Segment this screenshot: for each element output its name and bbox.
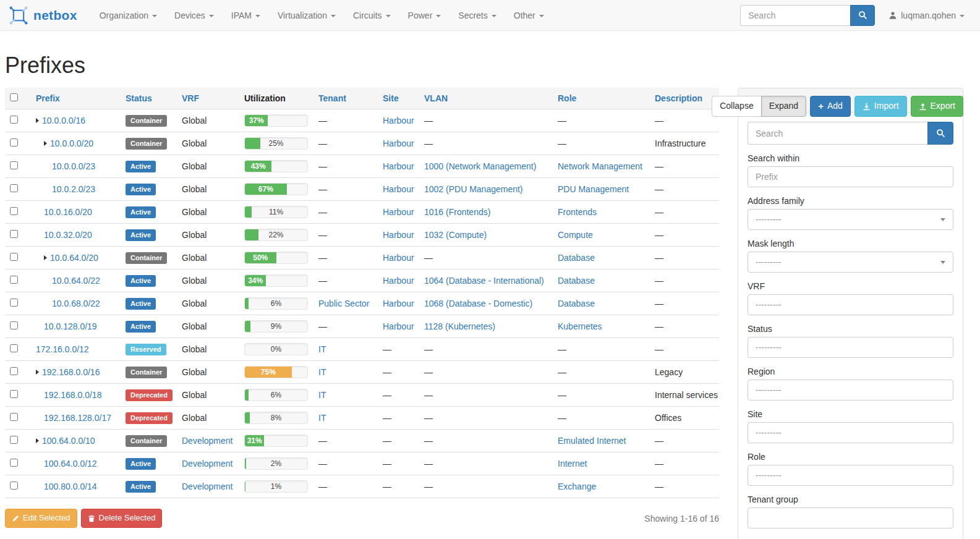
netbox-logo[interactable]: netbox	[9, 6, 77, 25]
nav-menu-secrets[interactable]: Secrets	[450, 1, 505, 30]
cell-link[interactable]: IT	[318, 367, 326, 377]
cell-link[interactable]: Internet	[558, 459, 587, 469]
row-checkbox[interactable]	[10, 116, 18, 124]
edit-selected-button[interactable]: Edit Selected	[5, 509, 77, 528]
column-header-description[interactable]: Description	[655, 93, 702, 103]
nav-menu-devices[interactable]: Devices	[166, 1, 223, 30]
cell-link[interactable]: Database	[558, 299, 595, 308]
cell-link[interactable]: Emulated Internet	[558, 436, 626, 446]
site-select[interactable]: ---------	[748, 422, 953, 443]
column-header-prefix[interactable]: Prefix	[36, 93, 60, 103]
nav-menu-other[interactable]: Other	[505, 1, 553, 30]
cell-link[interactable]: Development	[182, 436, 233, 446]
select-all-checkbox[interactable]	[10, 93, 18, 101]
prefix-link[interactable]: 172.16.0.0/12	[36, 344, 89, 354]
prefix-link[interactable]: 100.64.0.0/10	[42, 436, 95, 446]
column-header-vlan[interactable]: VLAN	[424, 93, 448, 103]
prefix-link[interactable]: 10.0.68.0/22	[52, 299, 100, 308]
address-family-select[interactable]: ---------	[748, 209, 953, 230]
cell-link[interactable]: Compute	[558, 230, 593, 240]
prefix-link[interactable]: 10.0.0.0/20	[50, 138, 93, 148]
row-checkbox[interactable]	[10, 138, 18, 146]
global-search-button[interactable]	[850, 5, 875, 26]
cell-link[interactable]: Public Sector	[318, 299, 369, 308]
column-header-site[interactable]: Site	[383, 93, 399, 103]
nav-menu-power[interactable]: Power	[399, 1, 450, 30]
prefix-link[interactable]: 100.80.0.0/14	[44, 482, 97, 491]
cell-link[interactable]: 1064 (Database - International)	[424, 276, 544, 286]
import-button[interactable]: Import	[854, 96, 907, 117]
prefix-link[interactable]: 100.64.0.0/12	[44, 459, 97, 469]
status-select[interactable]: ---------	[748, 337, 953, 358]
prefix-link[interactable]: 10.0.0.0/23	[52, 161, 95, 171]
cell-link[interactable]: Database	[558, 276, 595, 286]
prefix-link[interactable]: 192.168.128.0/17	[44, 413, 111, 423]
collapse-button[interactable]: Collapse	[712, 96, 761, 117]
row-checkbox[interactable]	[10, 184, 18, 192]
cell-link[interactable]: IT	[318, 413, 326, 423]
cell-link[interactable]: Development	[182, 459, 233, 469]
cell-link[interactable]: 1128 (Kubernetes)	[424, 321, 495, 331]
user-menu[interactable]: luqman.qohen	[888, 11, 965, 20]
row-checkbox[interactable]	[10, 390, 18, 398]
export-button[interactable]: Export	[911, 96, 963, 117]
prefix-link[interactable]: 10.0.0.0/16	[42, 116, 85, 125]
add-button[interactable]: + Add	[810, 96, 851, 117]
prefix-link[interactable]: 10.0.2.0/23	[52, 184, 95, 194]
cell-link[interactable]: Harbour	[383, 161, 414, 171]
column-header-status[interactable]: Status	[126, 93, 152, 103]
cell-link[interactable]: IT	[318, 344, 326, 354]
nav-menu-virtualization[interactable]: Virtualization	[269, 1, 344, 30]
search-within-input[interactable]	[748, 166, 953, 187]
cell-link[interactable]: Harbour	[383, 207, 414, 217]
column-header-tenant[interactable]: Tenant	[318, 93, 346, 103]
row-checkbox[interactable]	[10, 276, 18, 284]
cell-link[interactable]: 1002 (PDU Management)	[424, 184, 523, 194]
filter-search-input[interactable]	[748, 122, 927, 145]
tenant-group-select[interactable]	[748, 507, 953, 528]
row-checkbox[interactable]	[10, 161, 18, 169]
cell-link[interactable]: Development	[182, 482, 233, 491]
cell-link[interactable]: Network Management	[558, 161, 642, 171]
column-header-vrf[interactable]: VRF	[182, 93, 199, 103]
cell-link[interactable]: Harbour	[383, 276, 414, 286]
prefix-link[interactable]: 10.0.64.0/20	[50, 253, 98, 263]
cell-link[interactable]: 1068 (Database - Domestic)	[424, 299, 532, 308]
prefix-link[interactable]: 192.168.0.0/18	[44, 390, 101, 400]
cell-link[interactable]: PDU Management	[558, 184, 629, 194]
delete-selected-button[interactable]: Delete Selected	[81, 509, 163, 528]
cell-link[interactable]: Database	[558, 253, 595, 263]
row-checkbox[interactable]	[10, 253, 18, 261]
row-checkbox[interactable]	[10, 367, 18, 375]
nav-menu-circuits[interactable]: Circuits	[344, 1, 399, 30]
nav-menu-organization[interactable]: Organization	[91, 1, 166, 30]
prefix-link[interactable]: 192.168.0.0/16	[42, 367, 100, 377]
row-checkbox[interactable]	[10, 459, 18, 467]
cell-link[interactable]: Frontends	[558, 207, 597, 217]
row-checkbox[interactable]	[10, 207, 18, 215]
cell-link[interactable]: Harbour	[383, 299, 414, 308]
cell-link[interactable]: IT	[318, 390, 326, 400]
row-checkbox[interactable]	[10, 482, 18, 490]
prefix-link[interactable]: 10.0.32.0/20	[44, 230, 92, 240]
cell-link[interactable]: Harbour	[383, 253, 414, 263]
filter-search-button[interactable]	[927, 122, 953, 145]
cell-link[interactable]: Exchange	[558, 482, 596, 491]
row-checkbox[interactable]	[10, 299, 18, 307]
cell-link[interactable]: 1016 (Frontends)	[424, 207, 490, 217]
prefix-link[interactable]: 10.0.128.0/19	[44, 321, 97, 331]
prefix-link[interactable]: 10.0.16.0/20	[44, 207, 92, 217]
region-select[interactable]: ---------	[748, 380, 953, 401]
cell-link[interactable]: Harbour	[383, 230, 414, 240]
mask-length-select[interactable]: ---------	[748, 252, 953, 273]
nav-menu-ipam[interactable]: IPAM	[223, 1, 269, 30]
global-search-input[interactable]	[740, 5, 850, 26]
expand-button[interactable]: Expand	[761, 96, 806, 117]
row-checkbox[interactable]	[10, 321, 18, 329]
cell-link[interactable]: 1000 (Network Management)	[424, 161, 536, 171]
cell-link[interactable]: Harbour	[383, 116, 414, 125]
column-header-role[interactable]: Role	[558, 93, 576, 103]
cell-link[interactable]: Harbour	[383, 321, 414, 331]
row-checkbox[interactable]	[10, 436, 18, 444]
role-select[interactable]: ---------	[748, 465, 953, 486]
